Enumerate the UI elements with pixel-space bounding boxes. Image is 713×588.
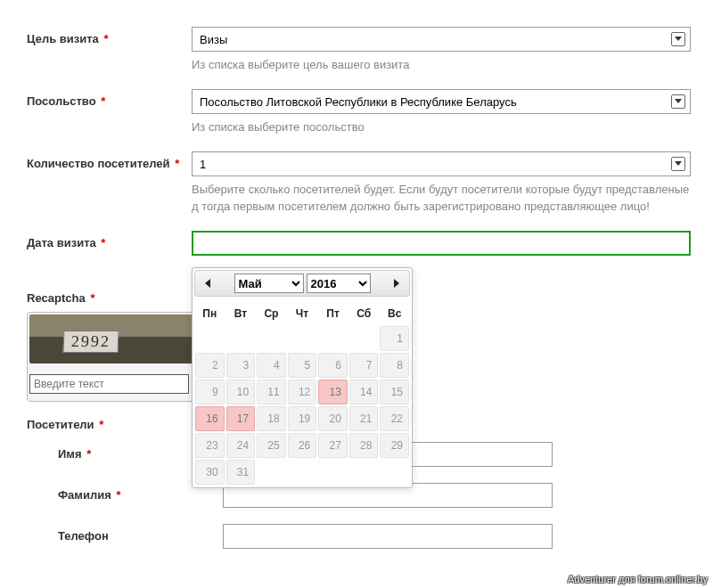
purpose-hint: Из списка выберите цель вашего визита: [192, 57, 691, 73]
datepicker-day[interactable]: 15: [380, 380, 409, 404]
datepicker-day-header: Вс: [379, 302, 410, 325]
datepicker-year-select[interactable]: 2016: [307, 274, 371, 293]
datepicker-day[interactable]: 4: [257, 353, 286, 378]
datepicker-day[interactable]: 11: [257, 380, 286, 404]
datepicker-day-header: Пт: [317, 302, 348, 325]
recaptcha-label: Recaptcha *: [27, 291, 192, 305]
datepicker-month-select[interactable]: Май: [234, 274, 304, 293]
datepicker-empty: [257, 332, 286, 345]
datepicker-empty: [257, 466, 286, 478]
datepicker-day[interactable]: 16: [195, 406, 225, 431]
chevron-right-icon: [393, 279, 400, 288]
first-name-label: Имя *: [27, 442, 192, 461]
purpose-select[interactable]: Визы: [192, 27, 691, 52]
captcha-image-text: 2992: [63, 331, 119, 353]
datepicker-prev-button[interactable]: [199, 274, 217, 292]
chevron-left-icon: [204, 279, 211, 288]
captcha-widget: 2992 ↻ 🔊 ❓: [27, 312, 206, 402]
phone-input[interactable]: [223, 524, 553, 549]
datepicker-day[interactable]: 14: [349, 380, 379, 404]
datepicker-day[interactable]: 10: [226, 380, 256, 404]
phone-label: Телефон: [27, 524, 192, 543]
captcha-image: 2992: [29, 314, 203, 363]
datepicker-day[interactable]: 1: [380, 326, 409, 351]
datepicker-empty: [195, 332, 225, 345]
visitors-section-label: Посетители *: [27, 418, 192, 431]
datepicker-empty: [318, 466, 348, 478]
datepicker-day-header: Сб: [348, 302, 380, 325]
embassy-hint: Из списка выберите посольство: [192, 119, 691, 135]
datepicker-day[interactable]: 22: [380, 406, 409, 431]
visit-date-label: Дата визита *: [27, 231, 192, 249]
datepicker-day[interactable]: 26: [288, 433, 317, 458]
datepicker-day-header: Ср: [256, 302, 287, 325]
datepicker-day[interactable]: 12: [288, 380, 317, 404]
datepicker-empty: [380, 466, 409, 478]
datepicker-day[interactable]: 21: [349, 406, 379, 431]
datepicker-day-header: Пн: [194, 302, 225, 325]
visitors-count-hint: Выберите сколько посетителей будет. Если…: [192, 182, 691, 214]
datepicker-day[interactable]: 28: [349, 433, 379, 458]
datepicker-next-button[interactable]: [388, 274, 406, 292]
captcha-input[interactable]: [29, 374, 189, 394]
datepicker-day[interactable]: 24: [226, 433, 256, 458]
datepicker-day[interactable]: 20: [318, 406, 348, 431]
datepicker-day[interactable]: 13: [318, 380, 348, 404]
datepicker-day[interactable]: 8: [380, 353, 409, 378]
datepicker-day[interactable]: 23: [195, 433, 225, 458]
datepicker-day[interactable]: 2: [195, 353, 225, 378]
visitors-count-label: Количество посетителей *: [27, 151, 192, 170]
datepicker-day[interactable]: 25: [257, 433, 286, 458]
datepicker-day[interactable]: 17: [226, 406, 256, 431]
datepicker-empty: [349, 332, 379, 345]
last-name-label: Фамилия *: [27, 483, 192, 502]
datepicker-day-header: Вт: [225, 302, 257, 325]
watermark: Adventurer для forum.onliner.by: [568, 574, 708, 584]
datepicker-day[interactable]: 6: [318, 353, 348, 378]
datepicker-day[interactable]: 3: [226, 353, 256, 378]
datepicker-day[interactable]: 27: [318, 433, 348, 458]
embassy-label: Посольство *: [27, 89, 192, 108]
datepicker-day-header: Чт: [287, 302, 318, 325]
datepicker-day[interactable]: 30: [195, 460, 225, 485]
datepicker-day[interactable]: 7: [349, 353, 379, 378]
purpose-label: Цель визита *: [27, 27, 192, 45]
datepicker-empty: [226, 332, 256, 345]
embassy-select[interactable]: Посольство Литовской Республики в Респуб…: [192, 89, 691, 114]
datepicker-day[interactable]: 18: [257, 406, 286, 431]
visitors-count-select[interactable]: 1: [192, 151, 691, 176]
datepicker-day[interactable]: 31: [226, 460, 256, 485]
datepicker-day[interactable]: 5: [288, 353, 317, 378]
datepicker-day[interactable]: 9: [195, 380, 225, 404]
datepicker-empty: [288, 466, 317, 478]
datepicker-day[interactable]: 19: [288, 406, 317, 431]
datepicker-empty: [349, 466, 379, 478]
datepicker-day[interactable]: 29: [380, 433, 409, 458]
datepicker: Май 2016 ПнВтСрЧтПтСбВс 1234567891011121…: [192, 267, 413, 488]
visit-date-input[interactable]: [192, 231, 691, 256]
datepicker-empty: [288, 332, 317, 345]
datepicker-empty: [318, 332, 348, 345]
